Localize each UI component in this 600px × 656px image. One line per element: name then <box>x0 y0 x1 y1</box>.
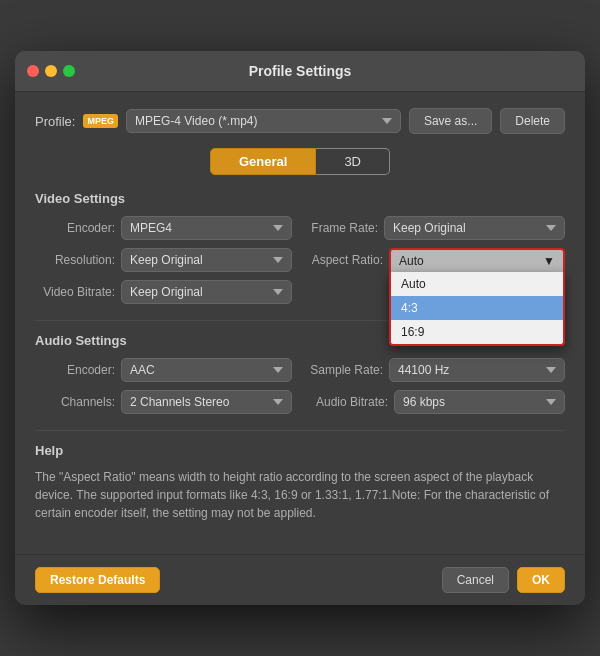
channels-select[interactable]: 2 Channels Stereo <box>121 390 292 414</box>
audio-encoder-label: Encoder: <box>35 363 115 377</box>
encoder-field: Encoder: MPEG4 <box>35 216 292 240</box>
video-row-1: Encoder: MPEG4 Frame Rate: Keep Original <box>35 216 565 240</box>
maximize-button[interactable] <box>63 65 75 77</box>
dropdown-arrow-icon: ▼ <box>543 254 555 268</box>
restore-defaults-button[interactable]: Restore Defaults <box>35 567 160 593</box>
encoder-label: Encoder: <box>35 221 115 235</box>
delete-button[interactable]: Delete <box>500 108 565 134</box>
minimize-button[interactable] <box>45 65 57 77</box>
bottom-right-buttons: Cancel OK <box>442 567 565 593</box>
traffic-lights <box>27 65 75 77</box>
resolution-field: Resolution: Keep Original <box>35 248 292 272</box>
video-row-2: Resolution: Keep Original Aspect Ratio: … <box>35 248 565 272</box>
audio-encoder-field: Encoder: AAC <box>35 358 292 382</box>
frame-rate-label: Frame Rate: <box>308 221 378 235</box>
sample-rate-label: Sample Rate: <box>308 363 383 377</box>
tab-3d[interactable]: 3D <box>316 148 390 175</box>
frame-rate-select[interactable]: Keep Original <box>384 216 565 240</box>
save-as-button[interactable]: Save as... <box>409 108 492 134</box>
bottom-bar: Restore Defaults Cancel OK <box>15 554 585 605</box>
sample-rate-select[interactable]: 44100 Hz <box>389 358 565 382</box>
content-area: Profile: MPEG MPEG-4 Video (*.mp4) Save … <box>15 92 585 554</box>
audio-encoder-select[interactable]: AAC <box>121 358 292 382</box>
video-settings-title: Video Settings <box>35 191 565 206</box>
tab-bar: General 3D <box>35 148 565 175</box>
aspect-ratio-option-16-9[interactable]: 16:9 <box>391 320 563 344</box>
window-title: Profile Settings <box>249 63 352 79</box>
profile-format-icon: MPEG <box>83 114 118 128</box>
video-settings-section: Video Settings Encoder: MPEG4 Frame Rate… <box>35 191 565 304</box>
video-bitrate-label: Video Bitrate: <box>35 285 115 299</box>
tab-general[interactable]: General <box>210 148 316 175</box>
profile-row: Profile: MPEG MPEG-4 Video (*.mp4) Save … <box>35 108 565 134</box>
help-section: Help The "Aspect Ratio" means width to h… <box>35 443 565 522</box>
audio-row-1: Encoder: AAC Sample Rate: 44100 Hz <box>35 358 565 382</box>
close-button[interactable] <box>27 65 39 77</box>
audio-bitrate-label: Audio Bitrate: <box>308 395 388 409</box>
help-text: The "Aspect Ratio" means width to height… <box>35 468 565 522</box>
aspect-ratio-field: Aspect Ratio: Auto ▼ Auto 4:3 16:9 <box>308 248 565 272</box>
resolution-label: Resolution: <box>35 253 115 267</box>
frame-rate-field: Frame Rate: Keep Original <box>308 216 565 240</box>
main-window: Profile Settings Profile: MPEG MPEG-4 Vi… <box>15 51 585 605</box>
ok-button[interactable]: OK <box>517 567 565 593</box>
channels-field: Channels: 2 Channels Stereo <box>35 390 292 414</box>
aspect-ratio-label: Aspect Ratio: <box>308 253 383 267</box>
cancel-button[interactable]: Cancel <box>442 567 509 593</box>
resolution-select[interactable]: Keep Original <box>121 248 292 272</box>
channels-label: Channels: <box>35 395 115 409</box>
video-bitrate-field: Video Bitrate: Keep Original <box>35 280 292 304</box>
aspect-ratio-trigger[interactable]: Auto ▼ <box>389 248 565 272</box>
video-bitrate-select[interactable]: Keep Original <box>121 280 292 304</box>
audio-bitrate-select[interactable]: 96 kbps <box>394 390 565 414</box>
profile-label: Profile: <box>35 114 75 129</box>
audio-row-2: Channels: 2 Channels Stereo Audio Bitrat… <box>35 390 565 414</box>
aspect-ratio-selected-value: Auto <box>399 254 424 268</box>
aspect-ratio-option-4-3[interactable]: 4:3 <box>391 296 563 320</box>
divider-2 <box>35 430 565 431</box>
audio-bitrate-field: Audio Bitrate: 96 kbps <box>308 390 565 414</box>
encoder-select[interactable]: MPEG4 <box>121 216 292 240</box>
aspect-ratio-option-auto[interactable]: Auto <box>391 272 563 296</box>
aspect-ratio-dropdown[interactable]: Auto ▼ Auto 4:3 16:9 <box>389 248 565 272</box>
sample-rate-field: Sample Rate: 44100 Hz <box>308 358 565 382</box>
profile-select[interactable]: MPEG-4 Video (*.mp4) <box>126 109 401 133</box>
title-bar: Profile Settings <box>15 51 585 92</box>
help-title: Help <box>35 443 565 458</box>
aspect-ratio-menu: Auto 4:3 16:9 <box>389 272 565 346</box>
